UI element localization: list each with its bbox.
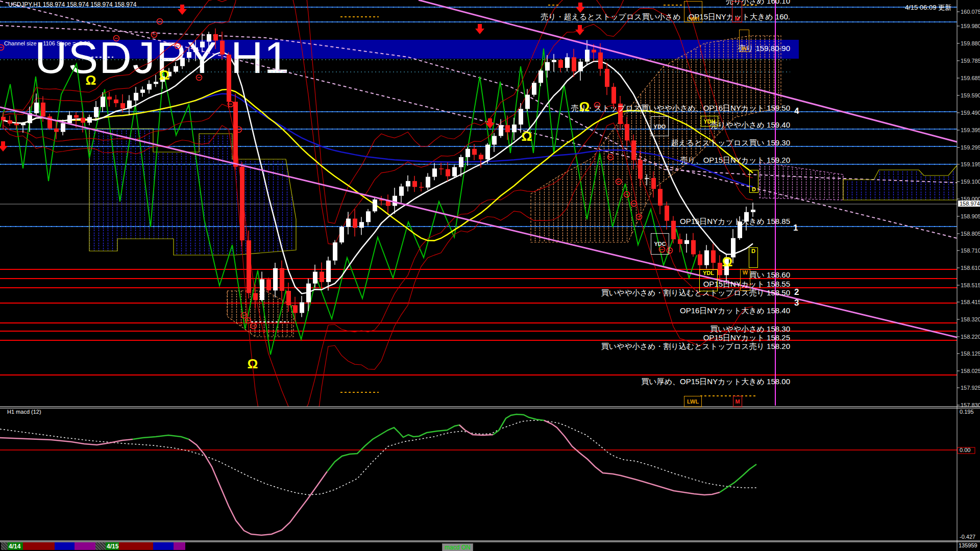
macd-main-line: [189, 439, 327, 535]
annotation-label: 売り・超えるとストップロス買い小さめ OP15日NYカット大きめ 160.: [541, 12, 790, 22]
tag-box-lwl: LWL: [684, 396, 702, 407]
price-axis-label: 159.980: [961, 23, 980, 29]
annotation-label: 売り・ストップロス買いやや小さめ、OP16日NYカット 159.50: [571, 104, 790, 113]
annotation-label: OP16日NYカット大きめ 158.40: [680, 306, 790, 316]
macd-main-line: [493, 414, 544, 435]
channel-indicator-readout: Channel size = 1106 Slope = -5.80: [4, 40, 90, 46]
main-chart-area: ΩΩΩΩΩΩ: [0, 0, 980, 524]
trading-terminal-window: USDJPY H1 ΩΩΩΩΩΩ USDJPY,H1 158.974 158.9…: [0, 0, 980, 551]
tag-box-w: W: [739, 30, 749, 52]
tag-box-d: D: [749, 170, 758, 193]
buy-omega-icon: Ω: [248, 356, 258, 371]
tag-box-m: M: [732, 1, 742, 22]
annotation-label: 買い 158.60: [749, 270, 790, 280]
sell-arrow-icon: [178, 5, 187, 15]
annotation-label: 買い厚め、OP15日NYカット大きめ 158.00: [641, 377, 790, 387]
macd-main-line: [133, 435, 189, 439]
current-price-label: 158.974: [958, 201, 980, 207]
price-axis-label: 159.195: [961, 161, 980, 167]
price-axis-label: 160.075: [961, 9, 980, 15]
last-updated-timestamp: 4/15 06:09 更新: [905, 3, 951, 12]
price-axis-label: 159.685: [961, 75, 980, 81]
tag-box-ydc: YDC: [651, 233, 669, 255]
tag-box-ydo: YDO: [651, 116, 669, 136]
price-axis-label: 159.590: [961, 92, 980, 98]
price-axis-label: 159.880: [961, 40, 980, 46]
wave-count-number: 1: [793, 223, 798, 233]
price-axis-label: 159.785: [961, 58, 980, 64]
price-axis-label: 158.515: [961, 282, 980, 288]
chart-canvas[interactable]: ΩΩΩΩΩΩ: [0, 0, 980, 551]
tag-box-ydl: YDL: [699, 269, 718, 291]
price-axis-label: 158.220: [961, 334, 980, 340]
session-segment-maroon: [119, 542, 153, 550]
sell-arrow-icon: [0, 141, 8, 152]
bar-counter: 135959: [959, 542, 977, 548]
price-axis-label: 158.125: [961, 350, 980, 357]
macd-axis-value: 0.195: [960, 409, 974, 415]
annotation-label: 買いやや小さめ・割り込むとストップロス売り 158.20: [601, 342, 790, 352]
tag-box-w: W: [740, 269, 750, 291]
ichimoku-cloud: [843, 165, 957, 200]
date-label: 4/15: [107, 543, 118, 550]
price-axis-label: 159.100: [961, 179, 980, 185]
annotation-label: OP15日NYカット大きめ 158.85: [680, 217, 790, 227]
macd-panel: [0, 414, 957, 535]
macd-axis-value: 0.00: [960, 447, 970, 453]
wave-count-number: 4: [794, 106, 799, 116]
wave-count-number: 3: [794, 298, 799, 308]
tag-box-m: M: [733, 396, 742, 407]
annotation-label: 超えるとストップロス買い 159.30: [671, 138, 790, 148]
price-axis-label: 158.415: [961, 299, 980, 305]
macd-signal-line: [0, 420, 756, 495]
session-segment-purple: [174, 542, 185, 550]
tag-box-ydh: YDH: [701, 116, 718, 127]
macd-main-line: [544, 420, 720, 495]
session-segment-gray: [1, 542, 8, 550]
price-axis-label: 159.395: [961, 127, 980, 133]
price-axis-label: 159.490: [961, 110, 980, 116]
macd-main-line: [0, 438, 133, 445]
sell-arrow-icon: [575, 25, 584, 35]
macd-main-line: [720, 464, 756, 492]
price-axis-label: 158.805: [961, 231, 980, 237]
sell-arrow-icon: [475, 24, 484, 34]
buy-omega-icon: Ω: [159, 67, 170, 83]
session-segment-blue: [55, 542, 75, 550]
session-segment-gray: [95, 542, 106, 550]
price-axis-label: 159.295: [961, 144, 980, 151]
price-axis-label: 157.925: [961, 385, 980, 391]
price-axis-label: 158.905: [961, 213, 980, 219]
macd-axis-value: -0.427: [960, 534, 975, 540]
session-segment-purple: [75, 542, 95, 550]
price-axis-label: 158.610: [961, 265, 980, 271]
ichimoku-cloud: [89, 129, 296, 255]
annotation-label: 買いやや小さめ・割り込むとストップロス売り 158.50: [601, 288, 790, 298]
annotation-label: 売りやや小さめ 159.40: [710, 120, 790, 130]
price-axis-label: 158.320: [961, 316, 980, 322]
macd-toggle-button[interactable]: macd ON: [442, 543, 473, 551]
price-axis-label: 158.025: [961, 368, 980, 374]
date-label: 4/14: [9, 543, 20, 550]
buy-omega-icon: Ω: [522, 129, 532, 144]
annotation-label: 売り、OP15日NYカット 159.20: [680, 156, 790, 165]
price-axis-label: 158.710: [961, 247, 980, 254]
tag-box-lwh: LWH: [684, 1, 702, 22]
macd-main-line: [327, 425, 465, 471]
sell-arrow-icon: [576, 3, 585, 13]
price-axis-label: 157.830: [961, 402, 980, 408]
buy-omega-icon: Ω: [86, 72, 96, 88]
session-segment-maroon: [23, 542, 55, 550]
macd-indicator-label: H1 macd (12): [7, 409, 41, 415]
chart-title-ohlc: USDJPY,H1 158.974 158.974 158.974 158.97…: [8, 1, 136, 8]
session-segment-blue: [153, 542, 174, 550]
tag-box-d: D: [749, 247, 758, 268]
wave-count-number: 2: [794, 287, 799, 297]
buy-omega-icon: Ω: [722, 254, 733, 269]
ichimoku-cloud: [760, 162, 843, 200]
